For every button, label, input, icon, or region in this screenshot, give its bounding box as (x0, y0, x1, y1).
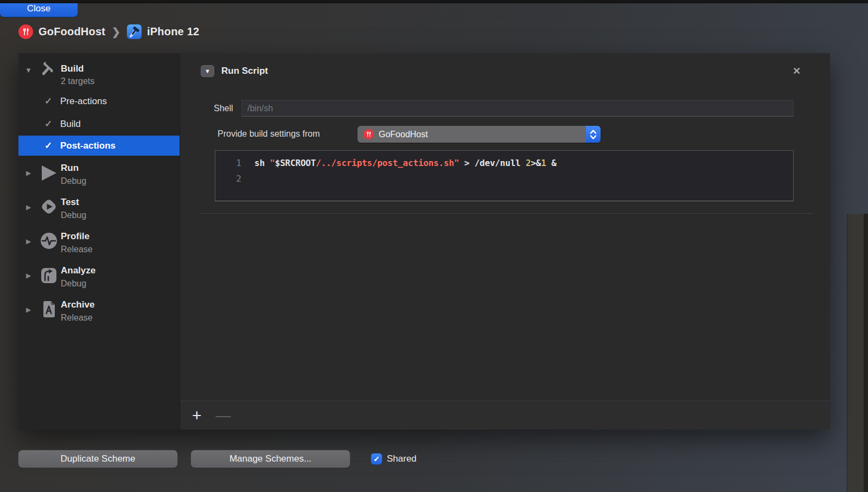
disclosure-right-icon[interactable]: ▶ (26, 272, 31, 279)
fork-knife-glyph (22, 28, 30, 36)
section-divider (201, 213, 814, 214)
sidebar-test-label: Test (61, 197, 79, 208)
build-settings-label: Provide build settings from (218, 129, 320, 139)
xcode-scheme-editor-window: GoFoodHost ❯ iPhone 12 ▼ (0, 0, 868, 492)
code-line: 1sh "$SRCROOT/../scripts/post_actions.sh… (215, 155, 793, 171)
sidebar-pre-actions-label: Pre-actions (60, 96, 107, 107)
collapse-section-button[interactable]: ▼ (201, 65, 214, 77)
shell-field-wrap (241, 100, 794, 117)
checkmark-icon: ✓ (41, 95, 55, 107)
sidebar-analyze-label: Analyze (61, 265, 95, 276)
breadcrumb: GoFoodHost ❯ iPhone 12 (18, 23, 199, 40)
shell-label: Shell (214, 104, 233, 113)
script-code-lines: 1sh "$SRCROOT/../scripts/post_actions.sh… (215, 155, 793, 187)
shell-input[interactable] (242, 100, 793, 116)
code-line: 2 (215, 171, 793, 187)
disclosure-right-icon[interactable]: ▶ (26, 238, 31, 245)
sidebar-build-detail: 2 targets (61, 76, 94, 86)
sidebar-profile-detail: Release (61, 245, 93, 254)
sidebar-profile-label: Profile (61, 231, 90, 242)
build-settings-selected-value: GoFoodHost (379, 130, 586, 139)
build-settings-row: Provide build settings from GoFoodH (180, 126, 830, 143)
code-text: sh "$SRCROOT/../scripts/post_actions.sh"… (241, 155, 557, 171)
sidebar-build-step-label: Build (60, 119, 81, 130)
script-code-editor[interactable]: 1sh "$SRCROOT/../scripts/post_actions.sh… (215, 150, 794, 201)
disclosure-right-icon[interactable]: ▶ (26, 203, 31, 211)
sidebar-run-detail: Debug (61, 176, 86, 186)
breadcrumb-destination-name[interactable]: iPhone 12 (147, 25, 199, 38)
scheme-editor-dialog: ▼ Build 2 targets ✓ Pre-actions ✓ (18, 53, 830, 430)
remove-action-button[interactable]: — (216, 408, 231, 423)
sidebar-item-analyze[interactable]: ▶ Analyze Debug (18, 264, 180, 295)
gofoodhost-target-icon (363, 129, 374, 139)
sidebar-item-test[interactable]: ▶ Test Debug (18, 196, 180, 226)
scheme-sidebar: ▼ Build 2 targets ✓ Pre-actions ✓ (18, 53, 180, 430)
destination-device-icon (127, 24, 142, 39)
checkmark-icon: ✓ (41, 140, 55, 151)
disclosure-down-icon[interactable]: ▼ (25, 66, 32, 74)
panel-title: Run Script (221, 66, 268, 76)
analyze-icon (39, 266, 59, 285)
manage-schemes-button[interactable]: Manage Schemes... (191, 450, 350, 468)
disclosure-right-icon[interactable]: ▶ (26, 169, 31, 177)
remove-script-close-icon[interactable]: ✕ (793, 65, 801, 77)
sidebar-analyze-detail: Debug (61, 279, 86, 289)
sidebar-archive-label: Archive (61, 299, 94, 310)
sidebar-test-detail: Debug (61, 210, 86, 220)
window-top-edge (0, 0, 868, 3)
run-play-icon (39, 163, 59, 183)
profile-pulse-icon (39, 231, 59, 251)
build-settings-dropdown[interactable]: GoFoodHost (358, 126, 601, 143)
duplicate-scheme-button[interactable]: Duplicate Scheme (18, 450, 177, 468)
add-action-button[interactable]: + (192, 408, 202, 423)
sidebar-item-build-group[interactable]: ▼ Build 2 targets (18, 57, 180, 86)
shared-checkbox[interactable]: ✓ (371, 453, 382, 464)
background-scrollbar[interactable] (864, 214, 868, 492)
breadcrumb-chevron-icon: ❯ (111, 25, 122, 38)
code-text (241, 171, 254, 187)
sidebar-item-run[interactable]: ▶ Run Debug (18, 162, 180, 192)
sidebar-build-label: Build (61, 63, 84, 74)
scheme-hammer-glyph (127, 24, 142, 39)
breadcrumb-scheme-name[interactable]: GoFoodHost (39, 25, 105, 38)
hammer-icon (39, 61, 59, 80)
shared-checkbox-group: ✓ Shared (371, 453, 417, 464)
sidebar-post-actions-label: Post-actions (60, 140, 116, 151)
sidebar-item-post-actions[interactable]: ✓ Post-actions (18, 136, 180, 156)
sidebar-item-pre-actions[interactable]: ✓ Pre-actions (18, 91, 180, 111)
gofoodhost-app-icon (18, 24, 33, 39)
sidebar-archive-detail: Release (61, 313, 93, 323)
checkmark-icon: ✓ (41, 118, 55, 130)
sidebar-item-archive[interactable]: ▶ Archive Release (18, 298, 180, 329)
line-number: 2 (215, 171, 241, 187)
line-number: 1 (215, 155, 241, 171)
panel-footer-bar: + — (180, 400, 830, 430)
archive-icon (39, 299, 59, 319)
disclosure-right-icon[interactable]: ▶ (26, 306, 31, 314)
shared-label: Shared (387, 453, 417, 464)
test-diamond-icon (39, 197, 59, 216)
run-script-panel: ▼ Run Script ✕ Shell Provide build setti… (180, 53, 830, 430)
sidebar-run-label: Run (61, 163, 79, 174)
run-script-header: ▼ Run Script (201, 65, 268, 77)
dropdown-chevrons-icon[interactable] (586, 126, 601, 143)
sidebar-item-build-step[interactable]: ✓ Build (18, 114, 180, 134)
sidebar-item-profile[interactable]: ▶ Profile Release (18, 230, 180, 260)
